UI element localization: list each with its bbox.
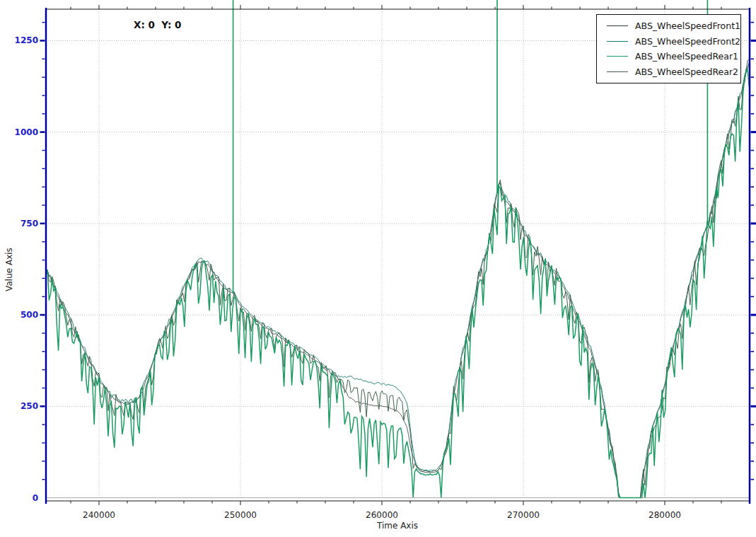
series-ABS_WheelSpeedRear1 — [46, 69, 749, 497]
legend-item-label: ABS_WheelSpeedFront1 — [635, 21, 740, 31]
y-tick-label: 750 — [21, 219, 38, 229]
legend-line-swatch — [607, 41, 628, 42]
y-axis-title: Value Axis — [4, 248, 14, 291]
legend-line-swatch — [607, 71, 628, 72]
x-axis-title: Time Axis — [377, 521, 418, 531]
legend-item-ABS_WheelSpeedFront1[interactable]: ABS_WheelSpeedFront1 — [601, 18, 735, 34]
x-tick-label: 270000 — [507, 510, 540, 520]
x-tick-label: 240000 — [83, 510, 115, 520]
y-tick-label: 1250 — [15, 35, 38, 45]
legend-item-label: ABS_WheelSpeedRear2 — [635, 67, 738, 77]
crosshair-coordinates-label: X: 0 Y: 0 — [134, 19, 181, 30]
y-tick-label: 250 — [21, 401, 38, 411]
legend-item-ABS_WheelSpeedRear2[interactable]: ABS_WheelSpeedRear2 — [601, 64, 735, 80]
y-tick-label: 500 — [21, 310, 38, 320]
y-tick-label: 0 — [33, 493, 38, 503]
legend-item-label: ABS_WheelSpeedFront2 — [635, 36, 740, 47]
legend-item-ABS_WheelSpeedRear1[interactable]: ABS_WheelSpeedRear1 — [601, 49, 735, 64]
legend-item-ABS_WheelSpeedFront2[interactable]: ABS_WheelSpeedFront2 — [601, 34, 735, 50]
x-tick-label: 280000 — [649, 510, 681, 520]
y-tick-label: 1000 — [15, 127, 38, 137]
legend-line-swatch — [607, 25, 628, 26]
legend-item-label: ABS_WheelSpeedRear1 — [635, 51, 738, 62]
legend: ABS_WheelSpeedFront1ABS_WheelSpeedFront2… — [596, 14, 741, 83]
x-tick-label: 260000 — [366, 510, 398, 520]
x-tick-label: 250000 — [224, 510, 257, 520]
legend-line-swatch — [607, 56, 628, 57]
wheel-speed-graph-window: 2400002500002600002700002800000250500750… — [0, 0, 756, 537]
